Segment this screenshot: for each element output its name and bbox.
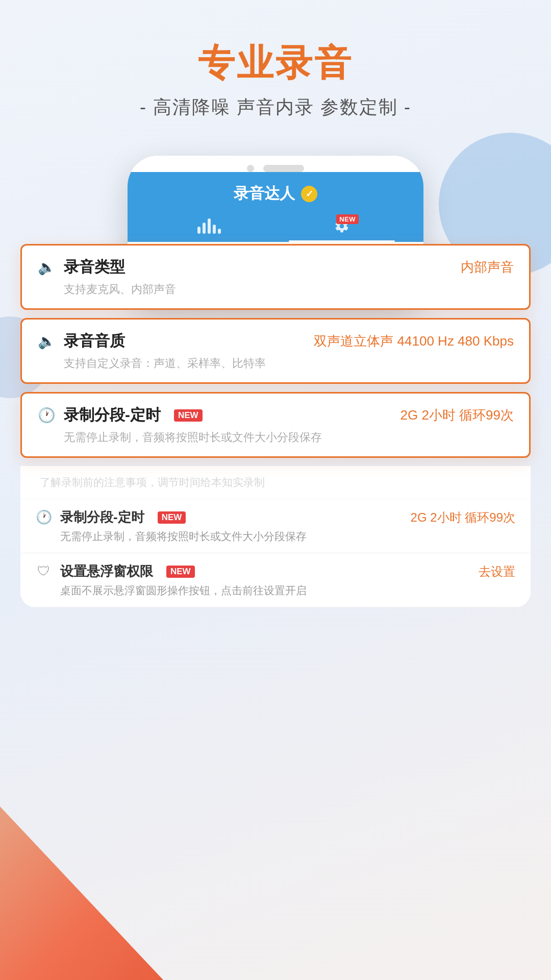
bottom-row-segment[interactable]: 🕐 录制分段-定时 NEW 2G 2小时 循环99次 无需停止录制，音频将按照时… — [20, 499, 531, 553]
page-title: 专业录音 — [0, 41, 551, 85]
faded-text: 了解录制前的注意事项，调节时间给本知实录制 — [36, 475, 515, 489]
shield-icon: 🛡 — [36, 564, 52, 580]
bottom-desc-2: 桌面不展示悬浮窗圆形操作按钮，点击前往设置开启 — [36, 583, 515, 598]
app-header: 录音达人 — [128, 172, 423, 242]
bottom-row-float[interactable]: 🛡 设置悬浮窗权限 NEW 去设置 桌面不展示悬浮窗圆形操作按钮，点击前往设置开… — [20, 553, 531, 607]
faded-transition-row: 了解录制前的注意事项，调节时间给本知实录制 — [20, 466, 531, 499]
new-badge: NEW — [336, 214, 359, 224]
page-subtitle: - 高清降噪 声音内录 参数定制 - — [0, 95, 551, 120]
phone-speaker — [263, 165, 304, 172]
popup-card-left-1: 🔈 录音类型 — [37, 257, 125, 278]
popup-speaker-icon-2: 🔈 — [37, 332, 56, 351]
app-verified-badge — [301, 186, 317, 202]
bottom-title-1: 录制分段-定时 — [60, 508, 144, 526]
popup-card-quality: 🔈 录音音质 双声道立体声 44100 Hz 480 Kbps 支持自定义录音：… — [20, 318, 531, 384]
popup-card-top-3: 🕐 录制分段-定时 NEW 2G 2小时 循环99次 — [37, 405, 514, 426]
popup-title-1: 录音类型 — [64, 257, 125, 278]
popup-card-segment: 🕐 录制分段-定时 NEW 2G 2小时 循环99次 无需停止录制，音频将按照时… — [20, 392, 531, 458]
popup-desc-1: 支持麦克风、内部声音 — [37, 282, 514, 297]
bottom-title-2: 设置悬浮窗权限 — [60, 562, 153, 580]
bottom-new-tag-2: NEW — [166, 566, 195, 578]
popup-speaker-icon-1: 🔈 — [37, 258, 56, 277]
popup-title-3: 录制分段-定时 — [64, 405, 161, 426]
popup-card-top-2: 🔈 录音音质 双声道立体声 44100 Hz 480 Kbps — [37, 331, 514, 352]
settings-icon-wrapper: NEW — [334, 218, 349, 236]
bottom-value-2: 去设置 — [479, 564, 515, 580]
bottom-desc-1: 无需停止录制，音频将按照时长或文件大小分段保存 — [36, 529, 515, 544]
bg-triangle-bottom-left — [0, 806, 163, 980]
app-header-top: 录音达人 — [143, 183, 408, 211]
bottom-new-tag-1: NEW — [158, 511, 186, 524]
popup-card-top-1: 🔈 录音类型 内部声音 — [37, 257, 514, 278]
popup-card-type: 🔈 录音类型 内部声音 支持麦克风、内部声音 — [20, 244, 531, 310]
app-title: 录音达人 — [234, 183, 295, 204]
popup-clock-icon: 🕐 — [37, 406, 56, 425]
popup-value-2: 双声道立体声 44100 Hz 480 Kbps — [314, 332, 514, 350]
popup-cards-area: 🔈 录音类型 内部声音 支持麦克风、内部声音 🔈 录音音质 双声道立体声 441… — [20, 244, 531, 458]
nav-tab-settings[interactable]: NEW — [276, 211, 408, 242]
page-header: 专业录音 - 高清降噪 声音内录 参数定制 - — [0, 0, 551, 135]
app-nav: NEW — [143, 211, 408, 242]
bottom-row-left-1: 🕐 录制分段-定时 NEW — [36, 508, 186, 526]
bottom-row-left-2: 🛡 设置悬浮窗权限 NEW — [36, 562, 195, 580]
popup-desc-3: 无需停止录制，音频将按照时长或文件大小分段保存 — [37, 430, 514, 445]
waveform-icon — [197, 218, 221, 234]
bottom-row-top-1: 🕐 录制分段-定时 NEW 2G 2小时 循环99次 — [36, 508, 515, 526]
popup-desc-2: 支持自定义录音：声道、采样率、比特率 — [37, 356, 514, 371]
popup-title-2: 录音音质 — [64, 331, 125, 352]
bottom-row-top-2: 🛡 设置悬浮窗权限 NEW 去设置 — [36, 562, 515, 580]
popup-value-3: 2G 2小时 循环99次 — [400, 406, 514, 424]
popup-value-1: 内部声音 — [461, 258, 514, 276]
bottom-value-1: 2G 2小时 循环99次 — [411, 509, 515, 526]
popup-card-left-2: 🔈 录音音质 — [37, 331, 125, 352]
phone-dot — [247, 165, 254, 172]
phone-top-bar — [128, 156, 423, 172]
bottom-clock-icon-1: 🕐 — [36, 509, 52, 526]
popup-card-left-3: 🕐 录制分段-定时 NEW — [37, 405, 203, 426]
nav-tab-waveform[interactable] — [143, 211, 276, 242]
popup-new-badge-3: NEW — [174, 409, 203, 422]
